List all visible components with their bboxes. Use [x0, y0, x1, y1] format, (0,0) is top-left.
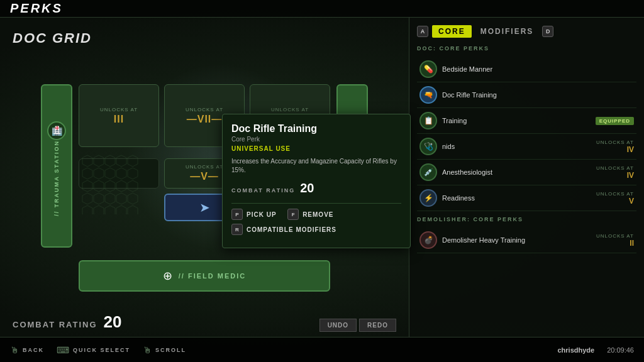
- perk-icon-bedside: 💊: [419, 60, 437, 78]
- perk-icon-demolisher: 💣: [419, 231, 437, 249]
- perk-name-training: Training: [442, 117, 591, 124]
- perk-name-demolisher: Demolisher Heavy Training: [442, 236, 591, 244]
- tooltip-title: Doc Rifle Training: [231, 123, 401, 134]
- perk-name-bedside: Bedside Manner: [442, 65, 634, 73]
- field-medic-label: // FIELD MEDIC: [179, 272, 246, 280]
- top-bar: PERKS: [0, 0, 644, 18]
- perk-doc-rifle[interactable]: 🔫 Doc Rifle Training Doc Rifle Training …: [417, 82, 636, 108]
- badge-equipped: EQUIPPED: [596, 117, 634, 125]
- perk-unlock-num-anesthesiologist: IV: [596, 171, 634, 180]
- tooltip-subtitle: Core Perk: [231, 136, 401, 143]
- quickselect-label: QUICK SELECT: [73, 347, 130, 353]
- compat-key: R: [231, 224, 243, 235]
- perk-unlock-num-demolisher: II: [596, 239, 634, 248]
- perk-training[interactable]: 📋 Training EQUIPPED: [417, 108, 636, 134]
- trauma-label: // TRAUMA STATION: [53, 140, 60, 216]
- compat-label: COMPATIBLE MODIFIERS: [247, 226, 336, 233]
- ws-icon: ⌨: [57, 345, 69, 355]
- perk-icon-readiness: ⚡: [419, 189, 437, 207]
- combat-rating-label: COMBAT RATING: [13, 320, 97, 329]
- back-label: BACK: [23, 347, 44, 353]
- status-quickselect[interactable]: ⌨ QUICK SELECT: [57, 345, 130, 355]
- remove-key: F: [287, 209, 299, 220]
- tooltip-combat-label: COMBAT RATING: [231, 187, 295, 194]
- tooltip-action-pickup: P PICK UP F REMOVE: [231, 209, 401, 220]
- pickup-label: PICK UP: [247, 211, 277, 218]
- field-medic-bar: ⊕ // FIELD MEDIC: [79, 260, 330, 292]
- back-icon: 🖱: [10, 345, 19, 355]
- perk-icon-training: 📋: [419, 112, 437, 129]
- pickup-key: P: [231, 209, 243, 220]
- tab-core[interactable]: CORE: [432, 25, 472, 38]
- doc-grid-title: DOC GRID: [13, 30, 396, 47]
- tab-key-a: A: [417, 26, 428, 37]
- perk-unlock-label-anesthesiologist: UNLOCKS AT: [596, 165, 634, 171]
- scroll-label: SCROLL: [155, 347, 186, 353]
- perk-name-anesthesiologist: Anesthesiologist: [442, 168, 591, 176]
- redo-button[interactable]: REDO: [359, 319, 396, 332]
- perk-name-readiness: Readiness: [442, 194, 591, 202]
- perk-readiness[interactable]: ⚡ Readiness UNLOCKS AT V: [417, 185, 636, 211]
- scroll-fade: [409, 318, 644, 337]
- perk-icon-anesthesiologist: 💉: [419, 163, 437, 181]
- perk-unlock-label-demolisher: UNLOCKS AT: [596, 233, 634, 239]
- trauma-icon: 🏥: [47, 121, 66, 140]
- perk-bedside-manner[interactable]: 💊 Bedside Manner: [417, 57, 636, 82]
- status-scroll: 🖱 SCROLL: [143, 345, 186, 355]
- perk-icon-rifle: 🔫: [419, 86, 437, 104]
- combat-rating-value: 20: [104, 312, 122, 332]
- status-bar: 🖱 BACK ⌨ QUICK SELECT 🖱 SCROLL chrisdhyd…: [0, 337, 644, 362]
- tooltip-combat: COMBAT RATING 20: [231, 181, 401, 195]
- field-medic-icon: ⊕: [163, 269, 172, 283]
- grid-cell-1[interactable]: UNLOCKS AT III: [79, 84, 159, 147]
- trauma-station-col: 🏥 // TRAUMA STATION: [41, 84, 72, 248]
- combat-rating-bar: COMBAT RATING 20: [13, 312, 121, 332]
- tooltip-desc: Increases the Accuracy and Magazine Capa…: [231, 157, 401, 175]
- status-back[interactable]: 🖱 BACK: [10, 345, 44, 355]
- tab-key-d: D: [542, 26, 553, 37]
- demolisher-section-header: DEMOLISHER: CORE PERKS: [417, 216, 636, 222]
- undo-redo-buttons: UNDO REDO: [319, 319, 396, 332]
- active-cell-icon: ➤: [199, 200, 210, 215]
- tooltip-action-compat: R COMPATIBLE MODIFIERS: [231, 224, 401, 235]
- status-time: 20:09:46: [607, 346, 634, 354]
- scroll-icon: 🖱: [143, 345, 152, 355]
- perk-nids[interactable]: 🩺 nids UNLOCKS AT IV: [417, 134, 636, 160]
- perk-name-rifle: Doc Rifle Training: [442, 91, 634, 99]
- tooltip-combat-num: 20: [300, 181, 314, 195]
- tab-bar: A CORE MODIFIERS D: [417, 25, 636, 38]
- undo-button[interactable]: UNDO: [319, 319, 357, 332]
- hex-filler-left: [82, 155, 138, 214]
- perk-name-nids: nids: [442, 143, 591, 150]
- tooltip-type: UNIVERSAL USE: [231, 145, 401, 152]
- perk-unlock-num-nids: IV: [596, 145, 634, 154]
- perk-unlock-label-readiness: UNLOCKS AT: [596, 191, 634, 197]
- perk-unlock-label-nids: UNLOCKS AT: [596, 140, 634, 145]
- page-title: PERKS: [10, 1, 63, 16]
- tab-modifiers[interactable]: MODIFIERS: [475, 25, 539, 38]
- svg-rect-1: [82, 155, 138, 214]
- perk-unlock-num-readiness: V: [596, 197, 634, 206]
- tooltip-divider: [231, 203, 401, 204]
- username: chrisdhyde: [557, 346, 594, 354]
- remove-label: REMOVE: [303, 211, 333, 218]
- perk-demolisher-heavy[interactable]: 💣 Demolisher Heavy Training UNLOCKS AT I…: [417, 228, 636, 253]
- tooltip-popup: Doc Rifle Training Core Perk UNIVERSAL U…: [222, 114, 411, 248]
- perk-anesthesiologist[interactable]: 💉 Anesthesiologist UNLOCKS AT IV: [417, 160, 636, 185]
- right-panel: A CORE MODIFIERS D DOC: CORE PERKS 💊 Bed…: [409, 18, 644, 337]
- doc-core-section-header: DOC: CORE PERKS: [417, 45, 636, 52]
- perk-icon-nids: 🩺: [419, 138, 437, 155]
